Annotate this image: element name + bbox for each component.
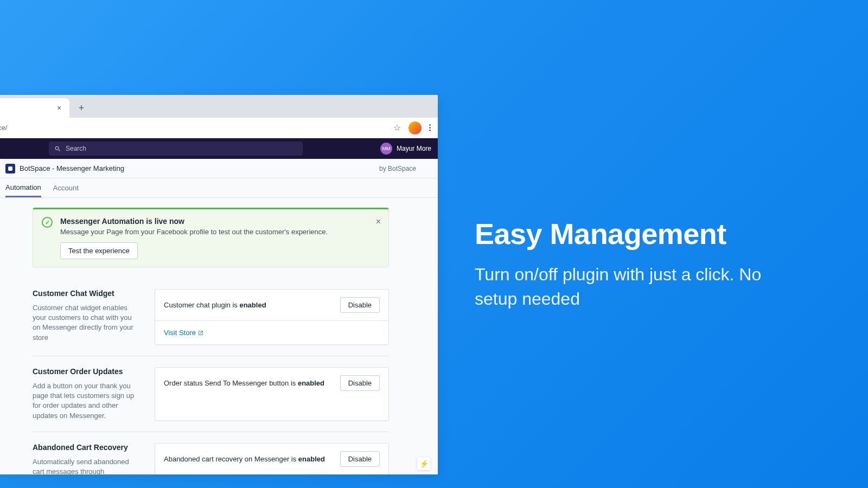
search-placeholder: Search bbox=[66, 145, 86, 152]
lightning-icon[interactable]: ⚡ bbox=[417, 457, 430, 470]
test-experience-button[interactable]: Test the experience bbox=[60, 242, 138, 259]
url-text[interactable]: ;pace/ bbox=[0, 124, 393, 132]
section-abandoned-cart: Abandoned Cart Recovery Automatically se… bbox=[33, 432, 389, 474]
browser-tab[interactable]: × bbox=[0, 98, 69, 118]
app-author: by BotSpace bbox=[379, 165, 416, 172]
section-chat-widget: Customer Chat Widget Customer chat widge… bbox=[33, 278, 389, 356]
bookmark-star-icon[interactable]: ☆ bbox=[393, 123, 401, 133]
content: × Messenger Automation is live now Messa… bbox=[0, 198, 438, 474]
marketing-text: Easy Management Turn on/off plugin with … bbox=[475, 217, 778, 311]
tab-account[interactable]: Account bbox=[53, 178, 79, 197]
disable-chat-button[interactable]: Disable bbox=[340, 297, 380, 313]
new-tab-button[interactable]: + bbox=[74, 100, 89, 115]
user-menu[interactable]: MM Mayur More bbox=[380, 143, 431, 155]
section-order-updates: Customer Order Updates Add a button on y… bbox=[33, 356, 389, 432]
section-desc: Automatically send abandoned cart messag… bbox=[33, 457, 138, 474]
tabs-nav: Automation Account bbox=[0, 178, 438, 198]
orders-card: Order status Send To Messenger button is… bbox=[155, 367, 389, 421]
external-link-icon bbox=[198, 330, 203, 336]
disable-cart-button[interactable]: Disable bbox=[340, 451, 380, 467]
banner-title: Messenger Automation is live now bbox=[60, 217, 380, 226]
close-icon[interactable]: × bbox=[55, 104, 63, 112]
section-title: Customer Chat Widget bbox=[33, 289, 138, 298]
cart-card: Abandoned cart recovery on Messenger is … bbox=[155, 443, 389, 474]
marketing-title: Easy Management bbox=[475, 217, 778, 251]
visit-store-link[interactable]: Visit Store bbox=[164, 329, 203, 337]
search-input[interactable]: Search bbox=[49, 142, 303, 156]
section-title: Abandoned Cart Recovery bbox=[33, 443, 138, 452]
shopify-header: Search MM Mayur More bbox=[0, 138, 438, 159]
section-title: Customer Order Updates bbox=[33, 367, 138, 376]
browser-profile-avatar[interactable] bbox=[409, 121, 422, 134]
close-icon[interactable]: × bbox=[376, 217, 381, 227]
app-title: BotSpace - Messenger Marketing bbox=[20, 164, 124, 172]
url-icons: ☆ bbox=[393, 121, 431, 134]
section-desc: Add a button on your thank you page that… bbox=[33, 381, 138, 421]
orders-status: Order status Send To Messenger button is… bbox=[164, 379, 324, 387]
success-banner: × Messenger Automation is live now Messa… bbox=[33, 208, 389, 267]
app-icon bbox=[5, 164, 15, 174]
tab-automation[interactable]: Automation bbox=[5, 178, 41, 197]
browser-window: × + ;pace/ ☆ Search MM Mayur More BotSpa… bbox=[0, 95, 438, 474]
chat-card: Customer chat plugin is enabled Disable … bbox=[155, 289, 389, 345]
address-bar: ;pace/ ☆ bbox=[0, 118, 438, 138]
checkmark-icon bbox=[42, 217, 53, 228]
chat-status: Customer chat plugin is enabled bbox=[164, 301, 266, 309]
app-header: BotSpace - Messenger Marketing by BotSpa… bbox=[0, 159, 438, 178]
banner-text: Message your Page from your Facebook pro… bbox=[60, 228, 380, 236]
section-desc: Customer chat widget enables your custom… bbox=[33, 303, 138, 343]
user-name: Mayur More bbox=[397, 145, 431, 152]
disable-orders-button[interactable]: Disable bbox=[340, 375, 380, 391]
search-icon bbox=[54, 145, 61, 152]
cart-status: Abandoned cart recovery on Messenger is … bbox=[164, 455, 325, 463]
marketing-desc: Turn on/off plugin with just a click. No… bbox=[475, 262, 778, 311]
browser-tab-bar: × + bbox=[0, 95, 438, 118]
kebab-menu-icon[interactable] bbox=[429, 124, 431, 131]
user-avatar: MM bbox=[380, 143, 392, 155]
